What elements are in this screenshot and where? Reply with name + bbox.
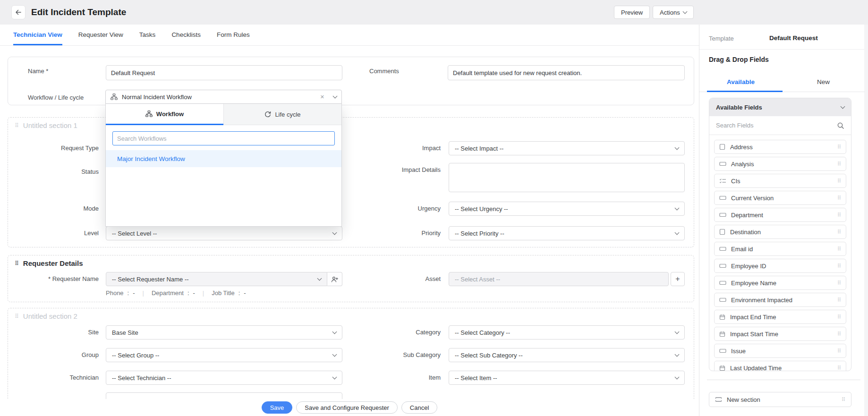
drag-handle-icon[interactable] bbox=[837, 144, 841, 150]
drag-handle-icon[interactable] bbox=[837, 263, 841, 269]
tab-new-fields[interactable]: New bbox=[782, 72, 865, 92]
field-item-department[interactable]: Department bbox=[714, 208, 846, 222]
field-item-last-updated-time[interactable]: Last Updated Time bbox=[714, 361, 846, 371]
drag-handle-icon[interactable] bbox=[837, 314, 841, 320]
sub-category-select[interactable]: -- Select Sub Category -- bbox=[449, 348, 685, 362]
tab-checklists[interactable]: Checklists bbox=[171, 25, 201, 45]
asset-select[interactable]: -- Select Asset -- bbox=[449, 272, 669, 286]
active-tab-underline bbox=[707, 91, 783, 92]
field-item-environment-impacted[interactable]: Environment Impacted bbox=[714, 293, 846, 307]
department-label: Department bbox=[152, 289, 184, 297]
section-2-title: Untitled section 2 bbox=[15, 312, 77, 320]
impact-select[interactable]: -- Select Impact -- bbox=[449, 141, 685, 155]
clear-selection-icon[interactable] bbox=[320, 94, 324, 100]
drag-handle-icon[interactable] bbox=[837, 331, 841, 337]
save-and-configure-button[interactable]: Save and Configure Requester bbox=[296, 401, 398, 414]
field-item-current-version[interactable]: Current Version bbox=[714, 191, 846, 205]
status-label: Status bbox=[17, 168, 99, 175]
group-label: Group bbox=[17, 351, 99, 358]
item-select[interactable]: -- Select Item -- bbox=[449, 371, 685, 385]
field-item-cis[interactable]: CIs bbox=[714, 174, 846, 188]
phone-value: - bbox=[133, 289, 135, 297]
drag-handle-icon[interactable] bbox=[837, 178, 841, 184]
drag-handle-icon[interactable] bbox=[837, 195, 841, 201]
fields-search-input[interactable] bbox=[716, 122, 837, 129]
impact-details-textarea[interactable] bbox=[449, 163, 685, 192]
drag-handle-icon[interactable] bbox=[837, 212, 841, 218]
preview-button[interactable]: Preview bbox=[614, 6, 650, 19]
field-item-destination[interactable]: Destination bbox=[714, 225, 846, 239]
workflow-option-major-incident[interactable]: Major Incident Workflow bbox=[106, 150, 341, 167]
workflow-search-box bbox=[112, 131, 335, 145]
drag-handle-icon[interactable] bbox=[15, 123, 19, 128]
field-item-impact-start-time[interactable]: Impact Start Time bbox=[714, 327, 846, 341]
drag-handle-icon[interactable] bbox=[15, 314, 19, 319]
drag-handle-icon[interactable] bbox=[837, 229, 841, 235]
field-item-analysis[interactable]: Analysis bbox=[714, 157, 846, 171]
requester-name-select[interactable]: -- Select Requester Name -- bbox=[106, 272, 327, 286]
cancel-button[interactable]: Cancel bbox=[401, 401, 437, 414]
save-button[interactable]: Save bbox=[262, 401, 293, 414]
site-select[interactable]: Base Site bbox=[106, 325, 342, 340]
mode-label: Mode bbox=[17, 205, 99, 212]
drag-handle-icon[interactable] bbox=[837, 365, 841, 371]
workflow-select[interactable]: Normal Incident Workflow bbox=[105, 90, 342, 104]
impact-label: Impact bbox=[339, 144, 441, 152]
add-asset-button[interactable] bbox=[671, 272, 685, 286]
back-arrow-icon bbox=[15, 8, 22, 16]
workflow-search-input[interactable] bbox=[117, 135, 330, 142]
tab-form-rules[interactable]: Form Rules bbox=[217, 25, 250, 45]
urgency-select[interactable]: -- Select Urgency -- bbox=[449, 202, 685, 216]
workflow-icon bbox=[145, 110, 153, 117]
workflow-dropdown-panel: Workflow Life cycle Major Incident Workf… bbox=[105, 104, 342, 227]
priority-label: Priority bbox=[339, 229, 441, 237]
tab-technician-view[interactable]: Technician View bbox=[13, 25, 62, 45]
field-item-employee-id[interactable]: Employee ID bbox=[714, 259, 846, 273]
tab-requester-view[interactable]: Requester View bbox=[78, 25, 123, 45]
level-select[interactable]: -- Select Level -- bbox=[106, 226, 342, 240]
available-fields-accordion: Available Fields Address Analysis bbox=[709, 98, 851, 371]
drag-handle-icon[interactable] bbox=[15, 261, 19, 266]
calendar-field-icon bbox=[719, 365, 725, 371]
scrollbar-gutter[interactable] bbox=[864, 25, 868, 416]
tab-available-fields[interactable]: Available bbox=[699, 72, 782, 92]
group-select[interactable]: -- Select Group -- bbox=[106, 348, 342, 362]
available-fields-header[interactable]: Available Fields bbox=[709, 98, 851, 116]
drag-handle-icon[interactable] bbox=[837, 246, 841, 252]
dropdown-tab-workflow[interactable]: Workflow bbox=[106, 104, 223, 125]
text-field-icon bbox=[719, 246, 726, 252]
form-canvas: Name * Comments Workflow / Life cycle Un… bbox=[0, 46, 699, 399]
drag-handle-icon[interactable] bbox=[837, 348, 841, 354]
drag-handle-icon[interactable] bbox=[837, 280, 841, 286]
technician-select[interactable]: -- Select Technician -- bbox=[106, 371, 342, 385]
field-item-address[interactable]: Address bbox=[714, 140, 846, 154]
job-title-label: Job Title bbox=[212, 289, 234, 297]
drag-handle-icon[interactable] bbox=[837, 161, 841, 167]
clipped-next-field[interactable] bbox=[106, 392, 342, 399]
dropdown-tab-lifecycle[interactable]: Life cycle bbox=[223, 104, 341, 125]
category-select[interactable]: -- Select Category -- bbox=[449, 325, 685, 340]
text-field-icon bbox=[719, 280, 726, 286]
actions-button[interactable]: Actions bbox=[653, 6, 694, 19]
drag-handle-icon[interactable] bbox=[837, 297, 841, 303]
back-button[interactable] bbox=[11, 5, 26, 19]
comments-input[interactable] bbox=[448, 65, 685, 80]
top-header-bar: Edit Incident Template Preview Actions bbox=[0, 0, 868, 25]
workflow-lifecycle-label: Workflow / Life cycle bbox=[28, 94, 84, 101]
field-item-email-id[interactable]: Email id bbox=[714, 242, 846, 256]
field-item-issue[interactable]: Issue bbox=[714, 344, 846, 358]
item-label: Item bbox=[339, 374, 441, 381]
priority-select[interactable]: -- Select Priority -- bbox=[449, 226, 685, 240]
name-input[interactable] bbox=[106, 65, 342, 80]
chevron-down-icon bbox=[333, 93, 338, 98]
urgency-label: Urgency bbox=[339, 205, 441, 212]
field-item-impact-end-time[interactable]: Impact End Time bbox=[714, 310, 846, 324]
divider: | bbox=[143, 289, 144, 297]
new-section-item[interactable]: New section bbox=[709, 392, 851, 407]
field-item-employee-name[interactable]: Employee Name bbox=[714, 276, 846, 290]
form-footer: Save Save and Configure Requester Cancel bbox=[0, 399, 699, 416]
drag-handle-icon[interactable] bbox=[842, 397, 845, 402]
chevron-down-icon bbox=[675, 230, 680, 235]
tab-tasks[interactable]: Tasks bbox=[139, 25, 156, 45]
section-1-title: Untitled section 1 bbox=[15, 121, 77, 129]
